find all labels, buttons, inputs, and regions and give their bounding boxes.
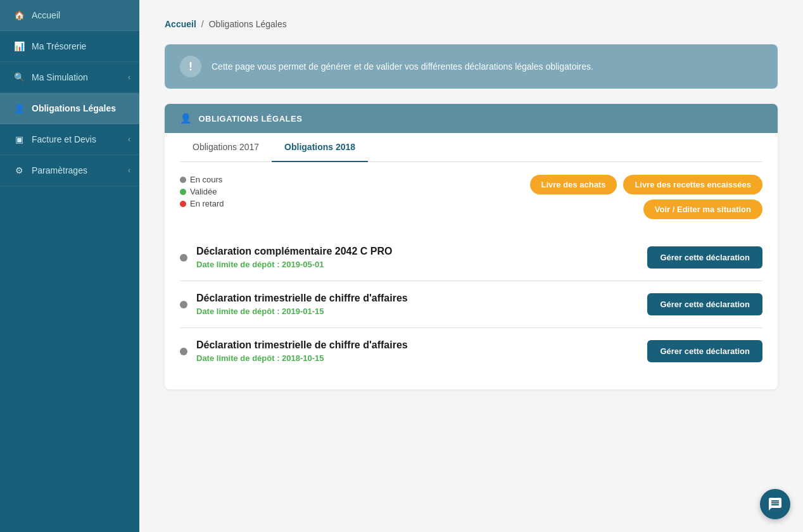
chevron-icon-facture: ‹ [128,135,130,144]
sidebar-icon-parametrages: ⚙ [13,165,25,175]
action-btn-voir-editer[interactable]: Voir / Editer ma situation [643,200,762,219]
card-header: 👤 OBLIGATIONS LÉGALES [165,104,778,133]
legend-dot-red [180,201,186,207]
legend: En cours Validée En retard [180,175,224,208]
sidebar-item-facture[interactable]: ▣ Facture et Devis ‹ [0,124,139,155]
manage-btn-2[interactable]: Gérer cette déclaration [647,293,762,315]
manage-btn-1[interactable]: Gérer cette déclaration [647,246,762,269]
manage-btn-3[interactable]: Gérer cette déclaration [647,340,762,362]
declaration-info-1: Déclaration complémentaire 2042 C PRO Da… [196,246,392,269]
breadcrumb: Accueil / Obligations Légales [165,19,778,29]
sidebar-label-facture: Facture et Devis [32,134,96,144]
alert-banner: ! Cette page vous permet de générer et d… [165,44,778,89]
action-btn-livre-achats[interactable]: Livre des achats [530,175,617,194]
declaration-date-2: Date limite de dépôt : 2019-01-15 [196,307,408,316]
sidebar-label-accueil: Accueil [32,10,60,20]
declaration-item-2: Déclaration trimestrielle de chiffre d'a… [180,281,762,328]
declaration-date-1: Date limite de dépôt : 2019-05-01 [196,260,392,269]
sidebar-item-parametrages[interactable]: ⚙ Paramètrages ‹ [0,155,139,186]
obligations-card: 👤 OBLIGATIONS LÉGALES Obligations 2017Ob… [165,104,778,390]
declaration-title-1: Déclaration complémentaire 2042 C PRO [196,246,392,257]
card-header-icon: 👤 [180,113,193,124]
sidebar-icon-simulation: 🔍 [13,72,25,82]
sidebar-icon-obligations: 👤 [13,103,25,113]
action-buttons: Livre des achatsLivre des recettes encai… [530,175,762,219]
main-content: Accueil / Obligations Légales ! Cette pa… [139,0,803,532]
declaration-left-1: Déclaration complémentaire 2042 C PRO Da… [180,246,392,269]
declaration-item-3: Déclaration trimestrielle de chiffre d'a… [180,328,762,374]
declaration-left-2: Déclaration trimestrielle de chiffre d'a… [180,293,408,316]
declaration-item-1: Déclaration complémentaire 2042 C PRO Da… [180,234,762,281]
sidebar-label-simulation: Ma Simulation [32,72,88,82]
sidebar-item-obligations[interactable]: 👤 Obligations Légales [0,93,139,124]
chat-bubble[interactable] [760,489,790,519]
declaration-status-1 [180,254,187,262]
declaration-date-3: Date limite de dépôt : 2018-10-15 [196,353,408,363]
chevron-icon-simulation: ‹ [128,73,130,82]
sidebar-label-obligations: Obligations Légales [32,103,116,113]
legend-dot-green [180,189,186,195]
declaration-left-3: Déclaration trimestrielle de chiffre d'a… [180,339,408,363]
declaration-status-2 [180,301,187,308]
legend-item-grey: En cours [180,175,224,184]
tabs: Obligations 2017Obligations 2018 [180,133,762,162]
legend-item-green: Validée [180,187,224,196]
legend-label-green: Validée [190,187,217,196]
alert-text: Cette page vous permet de générer et de … [212,61,593,72]
declaration-info-3: Déclaration trimestrielle de chiffre d'a… [196,339,408,363]
action-btn-livre-recettes[interactable]: Livre des recettes encaissées [623,175,762,194]
legend-label-red: En retard [190,199,224,208]
tab-2017[interactable]: Obligations 2017 [180,133,272,162]
declaration-status-3 [180,348,187,355]
sidebar-icon-tresorerie: 📊 [13,41,25,51]
sidebar-label-parametrages: Paramètrages [32,165,87,175]
card-header-title: OBLIGATIONS LÉGALES [199,114,303,124]
legend-label-grey: En cours [190,175,222,184]
declarations-list: Déclaration complémentaire 2042 C PRO Da… [180,234,762,374]
sidebar-item-accueil[interactable]: 🏠 Accueil [0,0,139,31]
declaration-info-2: Déclaration trimestrielle de chiffre d'a… [196,293,408,316]
sidebar-icon-facture: ▣ [13,134,25,144]
breadcrumb-home[interactable]: Accueil [165,19,196,29]
card-body: Obligations 2017Obligations 2018 En cour… [165,133,778,390]
legend-actions-row: En cours Validée En retard Livre des ach… [180,175,762,219]
sidebar-label-tresorerie: Ma Trésorerie [32,41,86,51]
legend-item-red: En retard [180,199,224,208]
chevron-icon-parametrages: ‹ [128,166,130,175]
breadcrumb-current: Obligations Légales [209,19,287,29]
sidebar: 🏠 Accueil 📊 Ma Trésorerie 🔍 Ma Simulatio… [0,0,139,532]
action-row-bottom: Voir / Editer ma situation [643,200,762,219]
declaration-title-3: Déclaration trimestrielle de chiffre d'a… [196,339,408,351]
action-row-top: Livre des achatsLivre des recettes encai… [530,175,762,194]
tab-2018[interactable]: Obligations 2018 [272,133,368,162]
sidebar-item-simulation[interactable]: 🔍 Ma Simulation ‹ [0,62,139,93]
sidebar-icon-accueil: 🏠 [13,10,25,20]
declaration-title-2: Déclaration trimestrielle de chiffre d'a… [196,293,408,304]
breadcrumb-separator: / [201,19,204,29]
legend-dot-grey [180,177,186,183]
alert-icon: ! [180,56,201,77]
sidebar-item-tresorerie[interactable]: 📊 Ma Trésorerie [0,31,139,62]
